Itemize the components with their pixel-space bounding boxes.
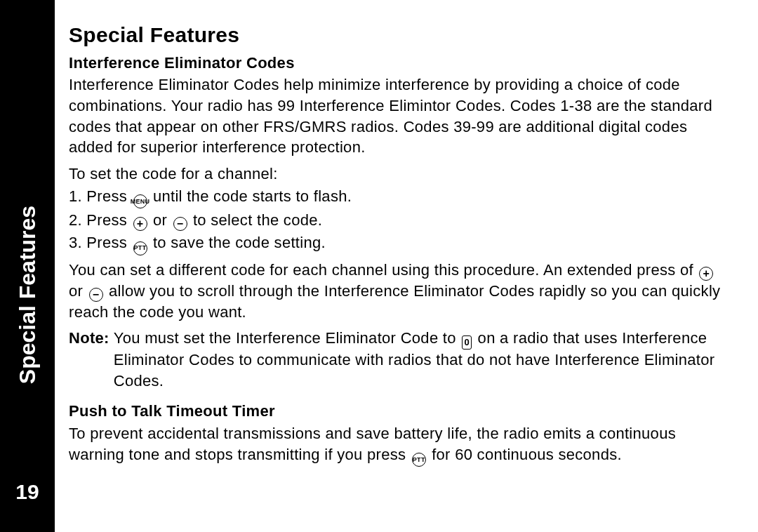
note-block: Note: You must set the Interference Elim… <box>69 328 730 391</box>
sidebar-section-label: Special Features <box>15 206 41 384</box>
ptt-icon: PTT <box>412 453 426 467</box>
minus-icon: − <box>173 217 187 231</box>
section-heading-interference: Interference Eliminator Codes <box>69 53 730 74</box>
ext-or: or <box>69 282 88 300</box>
section-heading-ptt: Push to Talk Timeout Timer <box>69 401 730 422</box>
minus-icon: − <box>89 288 103 302</box>
step-1-text-a: 1. Press <box>69 187 132 205</box>
ext-text-a: You can set a different code for each ch… <box>69 261 698 279</box>
step-2: 2. Press + or − to select the code. <box>69 210 730 231</box>
procedure-lead: To set the code for a channel: <box>69 164 730 185</box>
menu-icon: MENU <box>133 194 147 208</box>
step-1: 1. Press MENU until the code starts to f… <box>69 186 730 209</box>
plus-icon: + <box>699 267 713 281</box>
step-3: 3. Press PTT to save the code setting. <box>69 232 730 255</box>
step-3-text-a: 3. Press <box>69 234 132 251</box>
step-2-or: or <box>149 211 172 229</box>
note-body: You must set the Interference Eliminator… <box>114 328 730 391</box>
sidebar: Special Features 19 <box>0 0 55 532</box>
plus-icon: + <box>133 217 147 231</box>
page-number: 19 <box>15 480 39 504</box>
step-2-text-a: 2. Press <box>69 211 132 229</box>
zero-icon: 0 <box>462 335 472 350</box>
ext-text-b: allow you to scroll through the Interfer… <box>69 282 720 321</box>
page-content: Special Features Interference Eliminator… <box>69 21 730 472</box>
ptt-text-b: for 60 continuous seconds. <box>427 446 622 463</box>
ptt-paragraph: To prevent accidental transmissions and … <box>69 423 730 467</box>
step-2-text-b: to select the code. <box>189 211 323 229</box>
page-title: Special Features <box>69 21 730 50</box>
note-text-a: You must set the Interference Eliminator… <box>114 329 460 347</box>
ptt-icon: PTT <box>133 241 147 255</box>
intro-paragraph: Interference Eliminator Codes help minim… <box>69 74 730 158</box>
note-label: Note: <box>69 328 109 349</box>
step-3-text-b: to save the code setting. <box>149 234 326 251</box>
extended-press-paragraph: You can set a different code for each ch… <box>69 260 730 323</box>
step-1-text-b: until the code starts to flash. <box>149 187 352 205</box>
